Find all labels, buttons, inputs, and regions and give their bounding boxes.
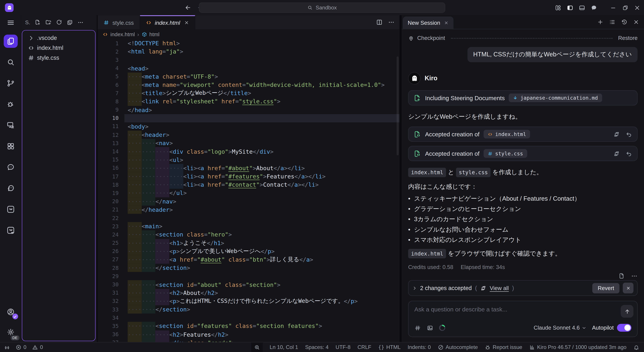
new-file-icon[interactable] [35, 19, 41, 26]
code-line[interactable]: 4<head> [98, 64, 400, 72]
more-icon[interactable] [78, 19, 84, 26]
code-line[interactable]: 10 [98, 114, 400, 122]
code-line[interactable]: 29 [98, 272, 400, 280]
steering-file-chip[interactable]: japanese-communication.md [509, 94, 602, 102]
file-chip-style.css[interactable]: style.css [484, 149, 527, 158]
status-zoom[interactable] [251, 342, 263, 352]
code-line[interactable]: 1<!DOCTYPE html> [98, 39, 400, 48]
close-icon[interactable] [634, 4, 640, 11]
code-line[interactable]: 25············<h1>ようこそ</h1> [98, 239, 400, 247]
split-editor-icon[interactable] [376, 19, 383, 26]
code-line[interactable]: 33········</section> [98, 305, 400, 314]
code-line[interactable]: 17················<li><a href="#features… [98, 172, 400, 180]
undo-icon[interactable] [626, 131, 632, 137]
grid-layout-icon[interactable] [555, 4, 562, 11]
tab-style.css[interactable]: style.css [98, 15, 140, 29]
close-icon[interactable] [633, 19, 639, 25]
copy-message-button[interactable] [618, 273, 624, 279]
code-line[interactable]: 21····</header> [98, 206, 400, 214]
activity-terraform-cloud[interactable] [4, 224, 18, 237]
activity-files[interactable] [4, 35, 18, 48]
code-line[interactable]: 5····<meta charset="UTF-8"> [98, 72, 400, 81]
code-editor[interactable]: 1<!DOCTYPE html>2<html lang="ja">34<head… [98, 39, 400, 342]
attach-image-button[interactable] [427, 324, 433, 331]
refresh-icon[interactable] [56, 19, 62, 26]
code-line[interactable]: 15············<ul> [98, 156, 400, 164]
tab-index.html[interactable]: index.html [140, 15, 195, 29]
restore-icon[interactable] [622, 4, 628, 11]
code-line[interactable]: 23····<main> [98, 222, 400, 230]
more-icon[interactable] [388, 19, 394, 26]
message-more-button[interactable] [631, 273, 638, 279]
undo-icon[interactable] [626, 150, 632, 157]
code-line[interactable]: 20········</nav> [98, 197, 400, 205]
code-line[interactable]: 34 [98, 314, 400, 322]
code-line[interactable]: 32············<p>これはHTML・CSSだけで作られたシンプルな… [98, 297, 400, 305]
plus-icon[interactable] [597, 19, 604, 25]
code-line[interactable]: 6····<meta name="viewport" content="widt… [98, 81, 400, 89]
activity-debug[interactable] [4, 98, 18, 111]
code-line[interactable]: 12····<header> [98, 131, 400, 139]
activity-remote[interactable] [4, 119, 18, 132]
session-close-icon[interactable] [444, 20, 448, 25]
autopilot-toggle[interactable] [617, 324, 632, 332]
context-hash-button[interactable] [414, 324, 421, 331]
status-autocomplete[interactable]: Autocomplete [438, 344, 478, 350]
status-notifications[interactable] [634, 344, 639, 350]
status-kiro-pro-usage[interactable]: Kiro Pro 46.57 / 1000 updated 3m ago [529, 344, 626, 350]
code-line[interactable]: 9</head> [98, 106, 400, 114]
editor-scrollbar[interactable] [397, 56, 399, 155]
activity-ghost-flash[interactable] [4, 182, 18, 195]
file-chip[interactable]: style.css [456, 168, 491, 177]
command-center-search[interactable]: Sandbox [199, 3, 445, 13]
status-warnings[interactable]: 0 [32, 344, 43, 350]
revert-button[interactable]: Revert [592, 283, 620, 293]
code-line[interactable]: 11<body> [98, 122, 400, 131]
send-button[interactable] [621, 305, 634, 318]
panel-left-icon[interactable] [567, 4, 573, 11]
file-chip[interactable]: index.html [408, 168, 446, 177]
status-encoding[interactable]: UTF-8 [336, 344, 350, 350]
panel-bottom-icon[interactable] [579, 4, 585, 11]
breadcrumb-item[interactable]: index.html [110, 31, 135, 37]
code-line[interactable]: 37············<div class="cards"> [98, 338, 400, 342]
chat-input[interactable]: Ask a question or describe a task... Cla… [408, 301, 638, 337]
code-line[interactable]: 14············<div class="logo">MySite</… [98, 147, 400, 156]
code-line[interactable]: 18················<li><a href="#contact"… [98, 181, 400, 189]
status-language-mode[interactable]: {}HTML [378, 344, 401, 350]
code-line[interactable]: 22 [98, 214, 400, 222]
status-cursor-position[interactable]: Ln 10, Col 1 [270, 344, 298, 350]
activity-extensions[interactable] [4, 140, 18, 153]
code-line[interactable]: 13········<nav> [98, 139, 400, 147]
breadcrumb[interactable]: index.html›html [98, 29, 400, 39]
breadcrumb-item[interactable]: html [149, 31, 159, 37]
checkpoint-restore-link[interactable]: Restore [618, 35, 638, 41]
diff-icon[interactable] [613, 150, 620, 157]
settings-button[interactable]: DE [4, 325, 18, 339]
activity-kiro-chat[interactable] [4, 161, 18, 174]
status-report-issue[interactable]: Report issue [485, 344, 522, 350]
status-eol[interactable]: CRLF [358, 344, 371, 350]
status-errors[interactable]: 0 [16, 344, 26, 350]
collapse-all-icon[interactable] [67, 19, 73, 26]
new-folder-icon[interactable] [46, 19, 52, 26]
view-all-link[interactable]: View all [490, 285, 509, 291]
back-icon[interactable] [184, 4, 192, 11]
code-line[interactable]: 8····<link rel="stylesheet" href="style.… [98, 97, 400, 106]
history-icon[interactable] [621, 19, 627, 25]
file-chip[interactable]: index.html [408, 249, 446, 258]
code-line[interactable]: 30········<section id="about" class="sec… [98, 280, 400, 288]
code-line[interactable]: 2<html lang="ja"> [98, 48, 400, 56]
activity-terraform[interactable] [4, 203, 18, 216]
file-item-index.html[interactable]: index.html [22, 43, 95, 53]
activity-menu-button[interactable] [4, 16, 18, 29]
dismiss-changes-button[interactable] [623, 283, 634, 293]
model-selector[interactable]: Claude Sonnet 4.6 [534, 325, 586, 331]
code-line[interactable]: 36············<h2>Features</h2> [98, 330, 400, 338]
code-line[interactable]: 24········<section class="hero"> [98, 230, 400, 239]
code-line[interactable]: 16················<li><a href="#about">A… [98, 164, 400, 172]
status-indentation[interactable]: Spaces: 4 [305, 344, 328, 350]
code-line[interactable]: 7····<title>シンプルなWebページ</title> [98, 89, 400, 97]
activity-search[interactable] [4, 56, 18, 69]
status-remote-indicator[interactable] [4, 344, 10, 350]
